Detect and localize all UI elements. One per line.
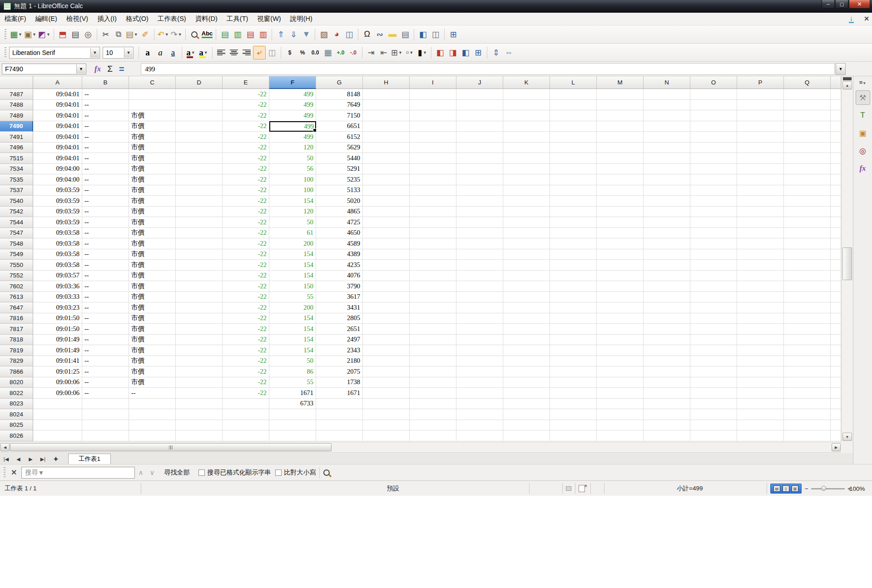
cell-O8026[interactable] <box>690 430 737 441</box>
copy-icon[interactable]: ⧉ <box>112 28 125 41</box>
page-style[interactable]: 預設 <box>387 481 399 496</box>
insert-column-left-icon[interactable]: ▥ <box>231 28 244 41</box>
cell-B7488[interactable]: -- <box>82 100 129 111</box>
cell-A7818[interactable]: 09:01:49 <box>33 335 82 346</box>
cell-Q7535[interactable] <box>784 174 831 185</box>
cell-N7613[interactable] <box>644 292 690 303</box>
cell-E7829[interactable]: -22 <box>223 356 269 367</box>
cell-M7540[interactable] <box>597 196 644 207</box>
cell-A7550[interactable]: 09:03:58 <box>33 260 82 271</box>
cell-J7488[interactable] <box>456 100 503 111</box>
cell-J7544[interactable] <box>456 217 503 228</box>
cell-E7866[interactable]: -22 <box>223 366 269 377</box>
cell-B7496[interactable]: -- <box>82 143 129 153</box>
print-preview-icon[interactable]: ◎ <box>82 28 94 41</box>
cell-B7491[interactable]: -- <box>82 132 129 143</box>
column-header-A[interactable]: A <box>33 76 82 89</box>
row-header-7515[interactable]: 7515 <box>0 153 33 164</box>
cell-R7647[interactable] <box>831 302 841 313</box>
cell-K7866[interactable] <box>503 366 550 377</box>
cell-A7816[interactable]: 09:01:50 <box>33 313 82 324</box>
expand-formula-bar-icon[interactable]: ▼ <box>836 63 846 75</box>
cell-G7496[interactable]: 5629 <box>316 143 363 153</box>
cell-N7602[interactable] <box>644 281 690 292</box>
cell-E7496[interactable]: -22 <box>223 143 269 153</box>
cell-H7548[interactable] <box>363 238 410 249</box>
clone-formatting-icon[interactable]: ✐ <box>139 28 152 41</box>
cell-L7819[interactable] <box>550 345 597 356</box>
cell-Q7549[interactable] <box>784 249 831 260</box>
cell-R7542[interactable] <box>831 207 841 217</box>
cell-Q7534[interactable] <box>784 164 831 175</box>
cell-G7542[interactable]: 4865 <box>316 207 363 217</box>
cell-P7602[interactable] <box>737 281 784 292</box>
cell-O7544[interactable] <box>690 217 737 228</box>
cell-I8026[interactable] <box>410 430 456 441</box>
cell-H7866[interactable] <box>363 366 410 377</box>
cell-C7550[interactable]: 市價 <box>129 260 176 271</box>
sidebar-functions-icon[interactable]: fx <box>856 161 870 176</box>
cell-H7817[interactable] <box>363 324 410 335</box>
cell-E7490[interactable]: -22 <box>223 121 269 132</box>
cell-R7488[interactable] <box>831 100 841 111</box>
row-header-7487[interactable]: 7487 <box>0 89 33 100</box>
cell-D7542[interactable] <box>176 207 223 217</box>
cell-Q8025[interactable] <box>784 420 831 431</box>
cell-J7602[interactable] <box>456 281 503 292</box>
row-header-7548[interactable]: 7548 <box>0 238 33 249</box>
menu-4[interactable]: 插入(I) <box>93 13 121 24</box>
cell-K7490[interactable] <box>503 121 550 132</box>
cell-G7816[interactable]: 2805 <box>316 313 363 324</box>
menu-2[interactable]: 編輯(E) <box>31 13 62 24</box>
cell-O7487[interactable] <box>690 89 737 100</box>
cell-N7489[interactable] <box>644 110 690 121</box>
cell-K7491[interactable] <box>503 132 550 143</box>
cell-B7490[interactable]: -- <box>82 121 129 132</box>
function-wizard-icon[interactable]: fx <box>94 64 101 74</box>
cell-N7491[interactable] <box>644 132 690 143</box>
cell-R7496[interactable] <box>831 143 841 153</box>
minimize-button[interactable]: ─ <box>822 0 835 9</box>
cell-K8020[interactable] <box>503 377 550 388</box>
cell-D8020[interactable] <box>176 377 223 388</box>
cell-I7544[interactable] <box>410 217 456 228</box>
cell-M7534[interactable] <box>597 164 644 175</box>
cell-F7491[interactable]: 499 <box>269 132 316 143</box>
cell-K7552[interactable] <box>503 271 550 282</box>
cell-C7817[interactable]: 市價 <box>129 324 176 335</box>
cell-E7537[interactable]: -22 <box>223 185 269 196</box>
row-header-8023[interactable]: 8023 <box>0 399 33 410</box>
cell-Q7817[interactable] <box>784 324 831 335</box>
cell-M8023[interactable] <box>597 399 644 410</box>
cell-I7647[interactable] <box>410 302 456 313</box>
cell-O7602[interactable] <box>690 281 737 292</box>
cell-P7542[interactable] <box>737 207 784 217</box>
cell-M7542[interactable] <box>597 207 644 217</box>
cell-B7829[interactable]: -- <box>82 356 129 367</box>
cell-G7534[interactable]: 5291 <box>316 164 363 175</box>
cell-L7535[interactable] <box>550 174 597 185</box>
cell-M7489[interactable] <box>597 110 644 121</box>
cell-P7816[interactable] <box>737 313 784 324</box>
first-sheet-icon[interactable]: |◀ <box>0 454 12 464</box>
cell-D7490[interactable] <box>176 121 223 132</box>
cell-H7647[interactable] <box>363 302 410 313</box>
cell-C8025[interactable] <box>129 420 176 431</box>
cell-O7540[interactable] <box>690 196 737 207</box>
cell-M7537[interactable] <box>597 185 644 196</box>
cell-H8026[interactable] <box>363 430 410 441</box>
cell-J8023[interactable] <box>456 399 503 410</box>
cell-N7534[interactable] <box>644 164 690 175</box>
cell-O8023[interactable] <box>690 399 737 410</box>
cell-P7829[interactable] <box>737 356 784 367</box>
chevron-down-icon[interactable]: ▼ <box>38 469 44 476</box>
cell-B7817[interactable]: -- <box>82 324 129 335</box>
column-header-C[interactable]: C <box>129 76 176 89</box>
cell-O7550[interactable] <box>690 260 737 271</box>
cell-G8023[interactable] <box>316 399 363 410</box>
cell-C8026[interactable] <box>129 430 176 441</box>
close-document-icon[interactable]: ✕ <box>864 15 869 22</box>
cell-L8024[interactable] <box>550 409 597 420</box>
cell-L7544[interactable] <box>550 217 597 228</box>
cell-N7819[interactable] <box>644 345 690 356</box>
